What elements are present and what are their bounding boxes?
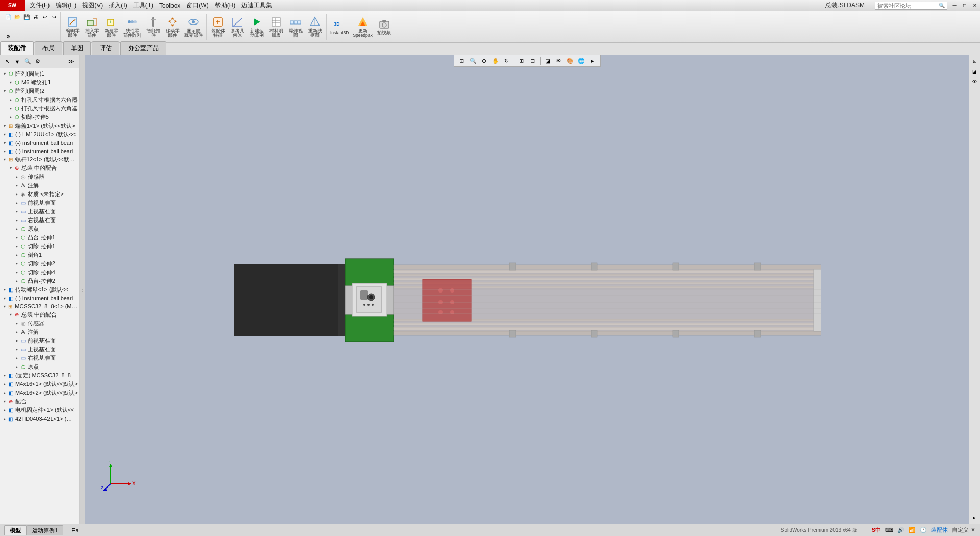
tree-expander[interactable]: ▸ [14,261,19,266]
tree-item[interactable]: ▾⊞螺杆12<1> (默认<<默认> [0,155,79,164]
3d-viewport[interactable]: ⊡ 🔍 ⊖ ✋ ↻ ⊞ ⊟ ◪ 👁 🎨 🌐 ▸ [85,55,969,524]
sidebar-search-tool[interactable]: 🔍 [22,57,33,67]
toolbar-redo-button[interactable]: ↪ [50,13,58,21]
right-panel-btn-3[interactable]: 👁 [970,77,979,86]
tree-expander[interactable]: ▸ [2,373,7,378]
toolbar-new-button[interactable]: 📄 [4,13,12,21]
tree-item[interactable]: ▸⬡原点 [0,362,79,371]
view-orientation-button[interactable]: ⊞ [517,56,527,65]
scenes-button[interactable]: 🌐 [576,56,586,65]
tree-expander[interactable]: ▸ [14,192,19,197]
more-options-button[interactable]: ▸ [587,56,598,65]
tree-item[interactable]: ▸⬡切除-拉伸5 [0,113,79,121]
show-hide-button[interactable]: 显示隐 藏零部件 [182,15,205,39]
toolbar-options-button[interactable]: ⚙ [4,33,12,41]
appearance-button[interactable]: 🎨 [565,56,575,65]
zoom-out-button[interactable]: ⊖ [479,56,489,65]
tree-expander[interactable]: ▸ [14,279,19,283]
tab-drawing[interactable]: 单图 [63,41,91,55]
display-style-button[interactable]: ◪ [543,56,553,65]
tree-expander[interactable]: ▸ [14,209,19,214]
section-view-button[interactable]: ⊟ [528,56,538,65]
linear-pattern-button[interactable]: 线性零 部件阵列 [121,15,143,39]
menu-insert[interactable]: 插入(I) [106,0,130,11]
tree-expander[interactable]: ▸ [14,330,19,334]
tree-expander[interactable]: ▸ [14,183,19,188]
tree-item[interactable]: ▸◧传动螺母<1> (默认<< [0,285,79,294]
tree-item[interactable]: ▸◎传感器 [0,173,79,181]
tree-item[interactable]: ▸◧M4x16<1> (默认<<默认> [0,380,79,388]
tree-item[interactable]: ▸⬡原点 [0,225,79,233]
tree-expander[interactable]: ▸ [14,175,19,179]
tree-expander[interactable]: ▸ [8,98,13,102]
tree-expander[interactable]: ▸ [14,201,19,205]
menu-edit[interactable]: 编辑(E) [53,0,79,11]
menu-window[interactable]: 窗口(W) [183,0,211,11]
tree-expander[interactable]: ▸ [14,364,19,369]
hide-show-button[interactable]: 👁 [554,56,564,65]
move-part-button[interactable]: 移动零 部件 [163,15,182,39]
explode-button[interactable]: 爆炸视 图 [286,15,305,39]
tree-expander[interactable]: ▾ [8,166,13,170]
tree-item[interactable]: ▾⊕总装 中的配合 [0,164,79,173]
tree-expander[interactable]: ▾ [2,296,7,301]
edit-part-button[interactable]: 编辑零 部件 [63,15,82,39]
tab-evaluate[interactable]: 评估 [92,41,119,55]
tree-expander[interactable]: ▾ [2,399,7,404]
tree-item[interactable]: ▸▭上视基准面 [0,345,79,354]
tree-expander[interactable]: ▸ [14,347,19,352]
tree-expander[interactable]: ▸ [14,356,19,360]
tree-expander[interactable]: ▾ [2,124,7,128]
capture-button[interactable]: 拍视频 [375,17,394,36]
tree-item[interactable]: ▾⬡阵列(圆周)1 [0,69,79,78]
tree-item[interactable]: ▸◧(固定) MCSSC32_8_8 [0,371,79,380]
tree-expander[interactable]: ▸ [14,227,19,231]
tree-item[interactable]: ▾⊞端盖1<1> (默认<<默认> [0,121,79,130]
tree-expander[interactable]: ▾ [8,312,13,317]
tree-item[interactable]: ▸▭右视基准面 [0,216,79,225]
tree-item[interactable]: ▾⊞MCSSC32_8_8<1> (MCS [0,302,79,310]
tree-expander[interactable]: ▸ [2,417,7,421]
toolbar-undo-button[interactable]: ↩ [41,13,49,21]
toolbar-print-button[interactable]: 🖨 [32,13,40,21]
tab-layout[interactable]: 布局 [35,41,62,55]
tree-item[interactable]: ▾⬡阵列(圆周)2 [0,87,79,95]
tree-item[interactable]: ▸◧42HD0403-42L<1> (默认 [0,415,79,423]
instant3d-button[interactable]: 3D Instant3D [328,17,351,36]
tree-item[interactable]: ▾◧(-) LM12UU<1> (默认<< [0,130,79,139]
right-panel-btn-bottom[interactable]: ▸ [970,513,979,522]
tree-expander[interactable]: ▸ [2,382,7,386]
tree-item[interactable]: ▾⬡M6 螺纹孔1 [0,78,79,87]
toolbar-open-button[interactable]: 📂 [13,13,21,21]
asm-feature-button[interactable]: 装配体 特征 [208,15,228,39]
right-panel-btn-1[interactable]: ⊡ [970,57,979,66]
tree-item[interactable]: ▸⬡切除-拉伸4 [0,268,79,277]
tree-item[interactable]: ▾⊕总装 中的配合 [0,310,79,319]
tree-item[interactable]: ▾◧(-) instrument ball beari [0,294,79,302]
tree-expander[interactable]: ▾ [2,89,7,93]
tree-item[interactable]: ▸◧(-) instrument ball beari [0,147,79,155]
wireframe-button[interactable]: 重新线 框图 [305,15,325,39]
tree-expander[interactable]: ▸ [14,253,19,257]
tree-item[interactable]: ▸⬡打孔尺寸根据内六角器 [0,104,79,113]
tree-expander[interactable]: ▾ [8,80,13,85]
search-box[interactable]: 🔍 [875,2,947,10]
tree-expander[interactable]: ▾ [2,157,7,162]
tree-item[interactable]: ▸⬡凸台-拉伸1 [0,233,79,242]
tree-expander[interactable]: ▾ [2,71,7,76]
tree-expander[interactable]: ▸ [2,391,7,395]
menu-toolbox[interactable]: Toolbox [156,1,183,10]
tree-expander[interactable]: ▾ [2,141,7,145]
toolbar-save-button[interactable]: 💾 [22,13,31,21]
menu-tools[interactable]: 工具(T) [130,0,156,11]
tree-item[interactable]: ▸▭前视基准面 [0,336,79,345]
pan-button[interactable]: ✋ [491,56,501,65]
tree-item[interactable]: ▸▭右视基准面 [0,354,79,362]
tree-item[interactable]: ▸⬡倒角1 [0,251,79,259]
menu-view[interactable]: 视图(V) [79,0,106,11]
tree-expander[interactable]: ▸ [14,218,19,223]
tree-expander[interactable]: ▸ [14,244,19,249]
menu-file[interactable]: 文件(F) [27,0,53,11]
tree-expander[interactable]: ▾ [2,132,7,137]
tree-item[interactable]: ▸▭上视基准面 [0,207,79,216]
